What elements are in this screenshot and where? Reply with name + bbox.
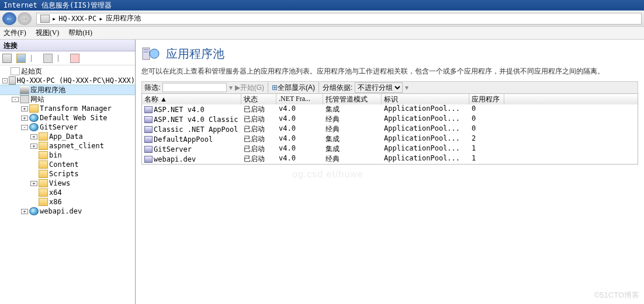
tree-node-folder[interactable]: Content (0, 160, 135, 169)
tree-node-apppools[interactable]: 应用程序池 (0, 85, 135, 95)
breadcrumb-sep: ▸ (99, 15, 103, 23)
groupby-dropdown-icon[interactable]: ▾ (403, 82, 411, 93)
tree-node-folder[interactable]: x64 (0, 188, 135, 197)
connections-action-icon[interactable] (43, 54, 53, 63)
expand-toggle[interactable]: + (30, 144, 37, 149)
collapse-toggle[interactable]: - (12, 97, 19, 102)
cell-identity: ApplicationPool... (382, 134, 469, 144)
cell-net: v4.0 (276, 104, 323, 114)
col-identity[interactable]: 标识 (382, 94, 469, 104)
cell-mode: 经典 (323, 124, 382, 134)
col-status[interactable]: 状态 (241, 94, 276, 104)
tree-node-folder[interactable]: x86 (0, 197, 135, 207)
tree-node-folder[interactable]: Scripts (0, 169, 135, 179)
cell-net: v4.0 (276, 154, 323, 164)
folder-icon (29, 104, 39, 113)
showall-button[interactable]: ⊞ 全部显示(A) (269, 82, 317, 93)
tree-node-folder[interactable]: +Views (0, 179, 135, 188)
menu-help[interactable]: 帮助(H) (68, 28, 92, 38)
apppool-row-icon (144, 146, 153, 153)
collapse-toggle[interactable]: - (21, 125, 28, 130)
col-mode[interactable]: 托管管道模式 (323, 94, 382, 104)
col-apps[interactable]: 应用程序 (469, 94, 504, 104)
filter-label: 筛选: (142, 82, 162, 93)
page-description: 您可以在此页上查看和管理服务器上的应用程序池列表。应用程序池与工作进程相关联，包… (141, 67, 638, 76)
grid-row[interactable]: ASP.NET v4.0 Classic已启动v4.0经典Application… (142, 114, 638, 124)
connect-icon[interactable] (2, 54, 12, 63)
grid-row[interactable]: ASP.NET v4.0已启动v4.0集成ApplicationPool...0 (142, 104, 638, 114)
tree-label: GitServer (40, 123, 78, 132)
go-button[interactable]: ▾ ▶ 开始(G) (227, 82, 266, 93)
cell-apps: 0 (469, 104, 504, 114)
expand-toggle[interactable]: + (21, 209, 28, 214)
save-icon[interactable] (16, 54, 26, 63)
tree-label: Views (49, 179, 70, 188)
location-bar[interactable]: ▸ HQ-XXX-PC ▸ 应用程序池 (36, 13, 642, 25)
watermark-corner: ©51CTO博客 (594, 290, 639, 300)
tree-node-folder[interactable]: +App_Data (0, 132, 135, 141)
tree-node-folder[interactable]: bin (0, 151, 135, 160)
cell-status: 已启动 (241, 104, 276, 114)
groupby-select[interactable]: 不进行分组 (355, 82, 403, 93)
grid-row[interactable]: Classic .NET AppPool已启动v4.0经典Application… (142, 124, 638, 134)
svg-rect-2 (144, 51, 148, 53)
tree-node-folder[interactable]: +aspnet_client (0, 141, 135, 151)
expand-toggle[interactable]: + (30, 181, 37, 186)
home-icon (11, 67, 20, 75)
tree-node-site[interactable]: -GitServer (0, 123, 135, 132)
window-titlebar: Internet 信息服务(IIS)管理器 (0, 0, 644, 11)
filter-input[interactable] (162, 83, 227, 92)
svg-point-3 (150, 49, 159, 58)
col-net[interactable]: .NET Fra... (276, 94, 323, 104)
menu-view[interactable]: 视图(V) (36, 28, 60, 38)
cell-status: 已启动 (241, 124, 276, 134)
menu-bar: 文件(F) 视图(V) 帮助(H) (0, 27, 644, 40)
nav-forward-button[interactable]: → (18, 12, 32, 25)
nav-back-button[interactable]: ← (2, 12, 16, 25)
cell-name: DefaultAppPool (154, 135, 213, 144)
cell-name: GitServer (154, 145, 192, 153)
tree-node-start[interactable]: 起始页 (0, 67, 135, 76)
folder-icon (39, 151, 48, 159)
expand-toggle[interactable]: + (30, 134, 37, 139)
apppool-large-icon (141, 44, 160, 63)
breadcrumb-item[interactable]: 应用程序池 (106, 13, 141, 23)
showall-label: 全部显示(A) (278, 83, 315, 93)
tree-node-site[interactable]: +webapi.dev (0, 207, 135, 216)
sites-icon (20, 95, 29, 103)
collapse-toggle[interactable]: - (2, 78, 8, 83)
tree-node-sites[interactable]: -网站 (0, 95, 135, 104)
cell-mode: 集成 (323, 144, 382, 154)
site-icon (29, 207, 39, 215)
separator (268, 82, 268, 93)
apppool-row-icon (144, 136, 153, 143)
tree-label: webapi.dev (40, 207, 82, 216)
grid-row[interactable]: DefaultAppPool已启动v4.0集成ApplicationPool..… (142, 134, 638, 144)
cell-net: v4.0 (276, 114, 323, 124)
grid-row[interactable]: webapi.dev已启动v4.0经典ApplicationPool...1 (142, 154, 638, 164)
cell-apps: 1 (469, 154, 504, 164)
arrow-right-icon: → (21, 15, 28, 23)
breadcrumb-item[interactable]: HQ-XXX-PC (58, 15, 96, 23)
menu-file[interactable]: 文件(F) (4, 28, 26, 38)
connections-toolbar: | | (0, 51, 135, 65)
tree-node-site[interactable]: +Default Web Site (0, 113, 135, 123)
expand-toggle[interactable]: + (21, 116, 28, 121)
stop-connection-icon[interactable] (70, 54, 79, 63)
tree-node-server[interactable]: -HQ-XXX-PC (HQ-XXX-PC\HQ-XXX) (0, 76, 135, 85)
tree-label: Transform Manager (40, 104, 112, 113)
cell-mode: 经典 (323, 154, 382, 164)
cell-apps: 0 (469, 124, 504, 134)
grid-row[interactable]: GitServer已启动v4.0集成ApplicationPool...1 (142, 144, 638, 154)
server-icon (40, 15, 50, 23)
cell-net: v4.0 (276, 124, 323, 134)
separator (318, 82, 319, 93)
tree-node-site[interactable]: +Transform Manager (0, 104, 135, 113)
cell-mode: 集成 (323, 134, 382, 144)
col-name[interactable]: 名称 ▲ (142, 94, 241, 104)
cell-identity: ApplicationPool... (382, 154, 469, 164)
expand-toggle[interactable]: + (21, 106, 28, 111)
tree-label: aspnet_client (49, 141, 104, 151)
folder-icon (39, 142, 48, 150)
apppool-row-icon (144, 106, 153, 113)
